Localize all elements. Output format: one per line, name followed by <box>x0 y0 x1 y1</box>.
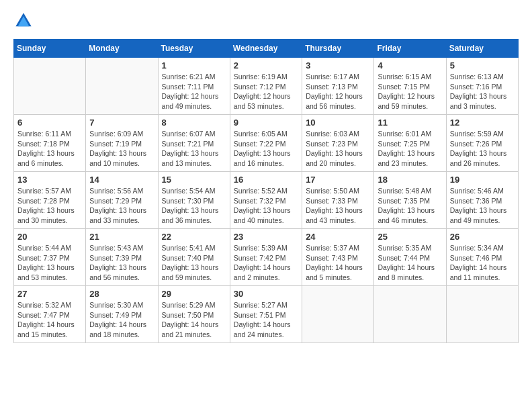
day-info: Sunrise: 5:57 AM Sunset: 7:28 PM Dayligh… <box>17 186 82 226</box>
header-day-wednesday: Wednesday <box>230 40 302 58</box>
header-row: SundayMondayTuesdayWednesdayThursdayFrid… <box>14 40 519 58</box>
day-info: Sunrise: 5:44 AM Sunset: 7:37 PM Dayligh… <box>17 243 82 283</box>
calendar-cell: 29Sunrise: 5:29 AM Sunset: 7:50 PM Dayli… <box>158 286 230 343</box>
day-info: Sunrise: 5:32 AM Sunset: 7:47 PM Dayligh… <box>17 300 82 340</box>
day-number: 10 <box>306 118 370 128</box>
calendar-cell: 12Sunrise: 5:59 AM Sunset: 7:26 PM Dayli… <box>446 115 518 172</box>
day-number: 6 <box>17 118 82 128</box>
day-number: 15 <box>162 175 226 185</box>
day-info: Sunrise: 5:41 AM Sunset: 7:40 PM Dayligh… <box>162 243 226 283</box>
calendar-cell: 19Sunrise: 5:46 AM Sunset: 7:36 PM Dayli… <box>446 172 518 229</box>
day-info: Sunrise: 5:35 AM Sunset: 7:44 PM Dayligh… <box>378 243 442 283</box>
day-number: 5 <box>450 60 515 71</box>
header-day-friday: Friday <box>374 40 446 58</box>
day-info: Sunrise: 6:17 AM Sunset: 7:13 PM Dayligh… <box>306 72 370 111</box>
calendar-cell <box>302 286 374 343</box>
calendar-cell: 7Sunrise: 6:09 AM Sunset: 7:19 PM Daylig… <box>86 115 158 172</box>
day-info: Sunrise: 5:50 AM Sunset: 7:33 PM Dayligh… <box>306 186 370 226</box>
day-number: 19 <box>450 175 515 185</box>
day-info: Sunrise: 5:30 AM Sunset: 7:49 PM Dayligh… <box>89 300 154 340</box>
day-number: 23 <box>234 232 298 242</box>
header-day-thursday: Thursday <box>302 40 374 58</box>
week-row-1: 1Sunrise: 6:21 AM Sunset: 7:11 PM Daylig… <box>14 58 519 115</box>
calendar-cell: 14Sunrise: 5:56 AM Sunset: 7:29 PM Dayli… <box>86 172 158 229</box>
calendar-cell: 10Sunrise: 6:03 AM Sunset: 7:23 PM Dayli… <box>302 115 374 172</box>
calendar-cell: 22Sunrise: 5:41 AM Sunset: 7:40 PM Dayli… <box>158 229 230 286</box>
week-row-5: 27Sunrise: 5:32 AM Sunset: 7:47 PM Dayli… <box>14 286 519 343</box>
calendar-cell: 21Sunrise: 5:43 AM Sunset: 7:39 PM Dayli… <box>86 229 158 286</box>
day-info: Sunrise: 6:03 AM Sunset: 7:23 PM Dayligh… <box>306 129 370 169</box>
day-info: Sunrise: 6:09 AM Sunset: 7:19 PM Dayligh… <box>89 129 154 169</box>
day-number: 22 <box>162 232 226 242</box>
day-info: Sunrise: 5:56 AM Sunset: 7:29 PM Dayligh… <box>89 186 154 226</box>
calendar-cell: 9Sunrise: 6:05 AM Sunset: 7:22 PM Daylig… <box>230 115 302 172</box>
calendar-cell: 26Sunrise: 5:34 AM Sunset: 7:46 PM Dayli… <box>446 229 518 286</box>
calendar-cell: 8Sunrise: 6:07 AM Sunset: 7:21 PM Daylig… <box>158 115 230 172</box>
day-number: 13 <box>17 175 82 185</box>
day-number: 4 <box>378 60 442 71</box>
calendar-cell: 15Sunrise: 5:54 AM Sunset: 7:30 PM Dayli… <box>158 172 230 229</box>
day-info: Sunrise: 6:05 AM Sunset: 7:22 PM Dayligh… <box>234 129 298 169</box>
calendar-cell: 28Sunrise: 5:30 AM Sunset: 7:49 PM Dayli… <box>86 286 158 343</box>
logo <box>13 11 36 31</box>
week-row-2: 6Sunrise: 6:11 AM Sunset: 7:18 PM Daylig… <box>14 115 519 172</box>
calendar-cell: 16Sunrise: 5:52 AM Sunset: 7:32 PM Dayli… <box>230 172 302 229</box>
day-info: Sunrise: 6:11 AM Sunset: 7:18 PM Dayligh… <box>17 129 82 169</box>
header-day-sunday: Sunday <box>14 40 86 58</box>
calendar-cell: 1Sunrise: 6:21 AM Sunset: 7:11 PM Daylig… <box>158 58 230 115</box>
day-info: Sunrise: 5:52 AM Sunset: 7:32 PM Dayligh… <box>234 186 298 226</box>
header-day-saturday: Saturday <box>446 40 518 58</box>
page: SundayMondayTuesdayWednesdayThursdayFrid… <box>0 0 532 411</box>
logo-icon <box>13 11 34 31</box>
day-number: 20 <box>17 232 82 242</box>
day-number: 11 <box>378 118 442 128</box>
day-info: Sunrise: 5:37 AM Sunset: 7:43 PM Dayligh… <box>306 243 370 283</box>
day-number: 16 <box>234 175 298 185</box>
day-info: Sunrise: 5:27 AM Sunset: 7:51 PM Dayligh… <box>234 300 298 340</box>
calendar-cell: 13Sunrise: 5:57 AM Sunset: 7:28 PM Dayli… <box>14 172 86 229</box>
calendar: SundayMondayTuesdayWednesdayThursdayFrid… <box>13 39 519 343</box>
day-number: 17 <box>306 175 370 185</box>
calendar-cell <box>14 58 86 115</box>
header-day-tuesday: Tuesday <box>158 40 230 58</box>
day-info: Sunrise: 5:48 AM Sunset: 7:35 PM Dayligh… <box>378 186 442 226</box>
day-info: Sunrise: 5:43 AM Sunset: 7:39 PM Dayligh… <box>89 243 154 283</box>
day-number: 12 <box>450 118 515 128</box>
day-info: Sunrise: 5:59 AM Sunset: 7:26 PM Dayligh… <box>450 129 515 169</box>
day-number: 29 <box>162 289 226 299</box>
calendar-cell: 4Sunrise: 6:15 AM Sunset: 7:15 PM Daylig… <box>374 58 446 115</box>
day-info: Sunrise: 5:54 AM Sunset: 7:30 PM Dayligh… <box>162 186 226 226</box>
calendar-cell: 3Sunrise: 6:17 AM Sunset: 7:13 PM Daylig… <box>302 58 374 115</box>
calendar-cell: 18Sunrise: 5:48 AM Sunset: 7:35 PM Dayli… <box>374 172 446 229</box>
day-info: Sunrise: 5:34 AM Sunset: 7:46 PM Dayligh… <box>450 243 515 283</box>
day-info: Sunrise: 6:01 AM Sunset: 7:25 PM Dayligh… <box>378 129 442 169</box>
calendar-cell: 11Sunrise: 6:01 AM Sunset: 7:25 PM Dayli… <box>374 115 446 172</box>
calendar-cell: 27Sunrise: 5:32 AM Sunset: 7:47 PM Dayli… <box>14 286 86 343</box>
day-number: 30 <box>234 289 298 299</box>
week-row-4: 20Sunrise: 5:44 AM Sunset: 7:37 PM Dayli… <box>14 229 519 286</box>
calendar-cell <box>86 58 158 115</box>
day-info: Sunrise: 5:39 AM Sunset: 7:42 PM Dayligh… <box>234 243 298 283</box>
day-number: 24 <box>306 232 370 242</box>
header <box>13 11 519 31</box>
day-number: 1 <box>162 60 226 71</box>
day-number: 28 <box>89 289 154 299</box>
day-info: Sunrise: 6:19 AM Sunset: 7:12 PM Dayligh… <box>234 72 298 111</box>
day-number: 14 <box>89 175 154 185</box>
calendar-cell: 20Sunrise: 5:44 AM Sunset: 7:37 PM Dayli… <box>14 229 86 286</box>
calendar-cell: 25Sunrise: 5:35 AM Sunset: 7:44 PM Dayli… <box>374 229 446 286</box>
day-info: Sunrise: 6:15 AM Sunset: 7:15 PM Dayligh… <box>378 72 442 111</box>
day-number: 27 <box>17 289 82 299</box>
calendar-cell: 5Sunrise: 6:13 AM Sunset: 7:16 PM Daylig… <box>446 58 518 115</box>
header-day-monday: Monday <box>86 40 158 58</box>
day-info: Sunrise: 6:13 AM Sunset: 7:16 PM Dayligh… <box>450 72 515 111</box>
day-number: 7 <box>89 118 154 128</box>
calendar-cell <box>374 286 446 343</box>
day-info: Sunrise: 6:21 AM Sunset: 7:11 PM Dayligh… <box>162 72 226 111</box>
calendar-cell: 17Sunrise: 5:50 AM Sunset: 7:33 PM Dayli… <box>302 172 374 229</box>
day-number: 21 <box>89 232 154 242</box>
calendar-cell: 24Sunrise: 5:37 AM Sunset: 7:43 PM Dayli… <box>302 229 374 286</box>
calendar-cell: 6Sunrise: 6:11 AM Sunset: 7:18 PM Daylig… <box>14 115 86 172</box>
day-info: Sunrise: 5:29 AM Sunset: 7:50 PM Dayligh… <box>162 300 226 340</box>
calendar-cell <box>446 286 518 343</box>
